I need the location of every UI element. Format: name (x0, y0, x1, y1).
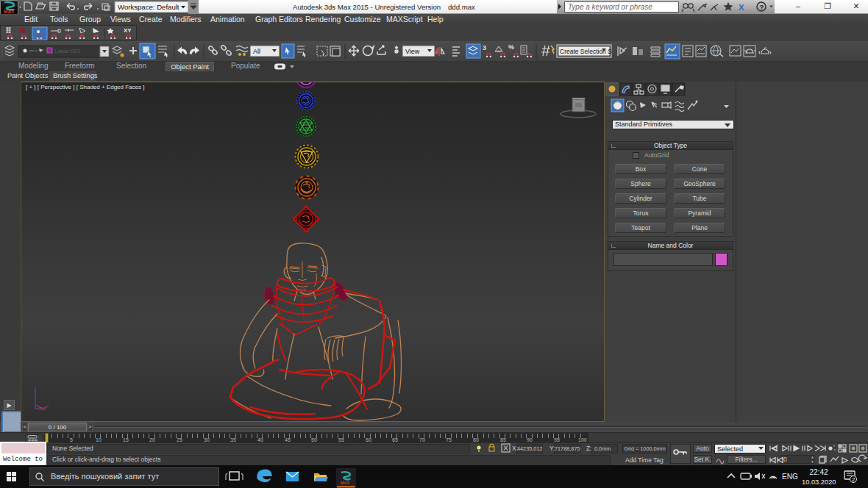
svg-text:3: 3 (483, 44, 486, 51)
svg-text:MAX: MAX (341, 481, 350, 485)
svg-text:Layer:001: Layer:001 (54, 48, 81, 54)
svg-text:2: 2 (852, 476, 855, 483)
svg-text:%: % (508, 43, 514, 51)
svg-text:X: X (739, 3, 744, 12)
svg-text:?: ? (760, 3, 764, 11)
svg-text:All: All (253, 48, 260, 55)
svg-text:MAX: MAX (4, 9, 15, 14)
svg-text:XY: XY (124, 27, 132, 34)
svg-text:Workspace: Default: Workspace: Default (118, 3, 179, 11)
svg-text:View: View (405, 48, 420, 55)
svg-text:ENG: ENG (782, 473, 798, 481)
